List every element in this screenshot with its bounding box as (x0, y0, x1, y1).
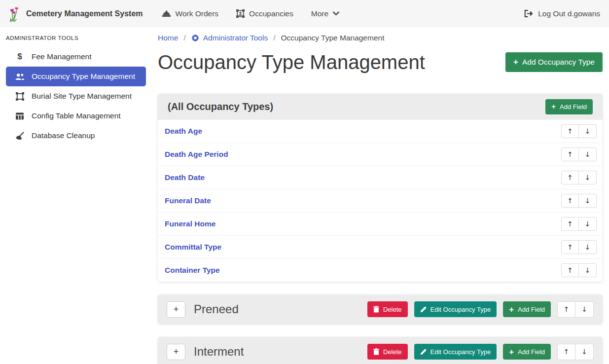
up-arrow-icon (567, 128, 573, 135)
reorder-buttons (561, 124, 597, 138)
section-actions: Delete Edit Occupancy Type Add Field (367, 301, 594, 318)
plus-icon (513, 58, 518, 67)
delete-button[interactable]: Delete (367, 301, 408, 317)
add-field-button[interactable]: Add Field (503, 301, 551, 317)
delete-button[interactable]: Delete (367, 344, 408, 360)
edit-label: Edit Occupancy Type (430, 306, 491, 313)
breadcrumb-admin-tools-link[interactable]: Administrator Tools (191, 34, 268, 42)
breadcrumb-separator: / (273, 34, 275, 42)
edit-label: Edit Occupancy Type (430, 348, 491, 356)
hard-hat-icon (162, 10, 171, 17)
move-down-button[interactable] (579, 171, 597, 184)
edit-occupancy-type-button[interactable]: Edit Occupancy Type (414, 344, 497, 360)
field-link-death-date[interactable]: Death Date (165, 173, 205, 182)
move-up-button[interactable] (561, 147, 579, 161)
down-arrow-icon (585, 128, 591, 135)
add-field-label: Add Field (518, 348, 545, 356)
add-occupancy-type-button[interactable]: Add Occupancy Type (505, 52, 603, 72)
sidebar-item-occupancy-type-management[interactable]: Occupancy Type Management (6, 67, 146, 86)
move-down-button[interactable] (579, 263, 597, 277)
move-up-button[interactable] (557, 344, 575, 360)
reorder-buttons (561, 263, 597, 277)
move-down-button[interactable] (579, 147, 597, 161)
up-arrow-icon (564, 348, 570, 355)
down-arrow-icon (585, 244, 591, 251)
down-arrow-icon (581, 348, 587, 355)
edit-occupancy-type-button[interactable]: Edit Occupancy Type (414, 301, 497, 317)
up-arrow-icon (567, 197, 573, 204)
nav-item-occupancies[interactable]: Occupancies (236, 9, 293, 18)
pencil-icon (420, 349, 427, 355)
add-field-label: Add Field (560, 103, 587, 110)
move-down-button[interactable] (579, 217, 597, 231)
down-arrow-icon (581, 306, 587, 313)
field-link-funeral-date[interactable]: Funeral Date (165, 196, 211, 205)
move-down-button[interactable] (579, 240, 597, 254)
reorder-buttons (561, 171, 597, 184)
nav-item-label: Work Orders (176, 9, 219, 18)
field-link-committal-type[interactable]: Committal Type (165, 243, 221, 252)
breadcrumb-separator: / (183, 34, 185, 42)
move-up-button[interactable] (561, 171, 579, 184)
field-link-death-age-period[interactable]: Death Age Period (165, 150, 228, 159)
section-actions: Delete Edit Occupancy Type Add Field (367, 344, 594, 360)
reorder-buttons (557, 344, 594, 360)
move-up-button[interactable] (561, 217, 579, 231)
pencil-icon (420, 306, 427, 313)
field-row: Funeral Home (158, 212, 603, 235)
dollar-icon (14, 52, 25, 62)
add-field-label: Add Field (518, 306, 545, 313)
brand-label: Cemetery Management System (26, 9, 143, 18)
reorder-buttons (561, 217, 597, 231)
move-up-button[interactable] (561, 124, 579, 138)
add-field-button[interactable]: Add Field (545, 99, 593, 114)
occupancy-frame-icon (236, 9, 245, 18)
plus-icon (509, 348, 514, 356)
breadcrumb-home-link[interactable]: Home (158, 34, 178, 42)
move-up-button[interactable] (561, 240, 579, 254)
users-icon (14, 73, 25, 80)
expand-section-button[interactable] (167, 344, 185, 360)
field-row: Death Age Period (158, 143, 603, 166)
logout-link[interactable]: Log Out d.gowans (524, 9, 600, 18)
field-row: Death Age (158, 119, 603, 143)
add-field-button[interactable]: Add Field (503, 344, 551, 360)
brand-link[interactable]: Cemetery Management System (9, 6, 143, 22)
move-down-button[interactable] (575, 344, 594, 360)
nav-item-more[interactable]: More (311, 9, 339, 18)
section-title: Interment (194, 345, 244, 359)
reorder-buttons (557, 301, 594, 318)
sidebar-item-fee-management[interactable]: Fee Management (6, 47, 146, 67)
field-link-funeral-home[interactable]: Funeral Home (165, 219, 215, 228)
up-arrow-icon (567, 151, 573, 158)
move-down-button[interactable] (579, 194, 597, 208)
main-content: Home / Administrator Tools / Occupancy T… (148, 27, 609, 364)
all-occupancy-types-panel: (All Occupancy Types) Add Field Death Ag… (158, 94, 603, 282)
field-link-container-type[interactable]: Container Type (165, 266, 220, 275)
field-row: Committal Type (158, 235, 603, 258)
move-up-button[interactable] (561, 194, 579, 208)
field-row: Funeral Date (158, 189, 603, 212)
field-row: Death Date (158, 166, 603, 189)
up-arrow-icon (567, 220, 573, 227)
field-link-death-age[interactable]: Death Age (165, 127, 202, 136)
nav-item-label: Occupancies (249, 9, 293, 18)
sidebar-item-burial-site-type-management[interactable]: Burial Site Type Management (6, 86, 146, 106)
move-up-button[interactable] (561, 263, 579, 277)
sidebar-item-database-cleanup[interactable]: Database Cleanup (6, 126, 146, 146)
sidebar-item-label: Config Table Management (32, 111, 121, 120)
up-arrow-icon (564, 306, 570, 313)
sidebar-item-config-table-management[interactable]: Config Table Management (6, 106, 146, 126)
expand-section-button[interactable] (167, 301, 185, 318)
field-row: Container Type (158, 258, 603, 282)
move-down-button[interactable] (579, 124, 597, 138)
nav-item-work-orders[interactable]: Work Orders (162, 9, 219, 18)
logout-label: Log Out d.gowans (538, 9, 600, 18)
nav-item-label: More (311, 9, 328, 18)
down-arrow-icon (585, 197, 591, 204)
sign-out-icon (524, 10, 533, 17)
reorder-buttons (561, 194, 597, 208)
move-up-button[interactable] (557, 301, 575, 318)
breadcrumb-section-label: Administrator Tools (203, 34, 268, 42)
move-down-button[interactable] (575, 301, 594, 318)
